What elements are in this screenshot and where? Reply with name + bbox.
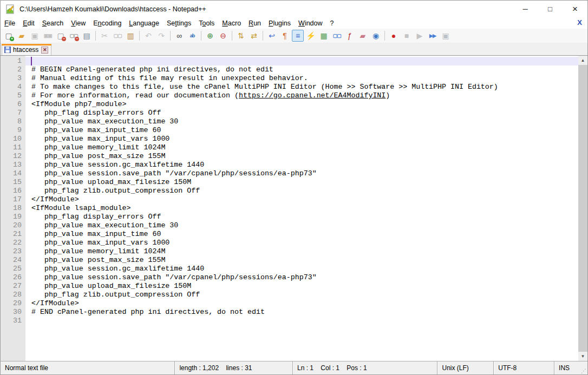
code-line-22[interactable]: php_value max_input_vars 1000 (25, 239, 578, 247)
menu-item-file[interactable]: File (1, 18, 19, 28)
zoom-out-icon[interactable]: ⊖ (217, 30, 229, 42)
code-line-28[interactable]: php_flag zlib.output_compression Off (25, 291, 578, 299)
show-all-characters-icon[interactable]: ¶ (279, 30, 291, 42)
code-line-23[interactable]: php_value memory_limit 1024M (25, 247, 578, 256)
undo-icon-glyph: ↶ (145, 32, 152, 40)
close-window-button[interactable]: × (563, 1, 587, 17)
open-folder-icon[interactable]: ▰ (16, 30, 28, 42)
sync-vertical-scroll-icon[interactable]: ⇅ (235, 30, 247, 42)
menubar-close-button[interactable]: X (575, 18, 584, 27)
word-wrap-icon[interactable]: ↩ (266, 30, 278, 42)
new-file-icon[interactable]: ▢+ (3, 30, 15, 42)
code-line-31[interactable] (25, 317, 578, 325)
macro-save-icon[interactable]: ▣ (440, 30, 452, 42)
menu-item-language[interactable]: Language (125, 18, 163, 28)
code-line-29[interactable]: </IfModule> (25, 299, 578, 308)
macro-run-multiple-icon[interactable]: ▶▶ (427, 30, 439, 42)
save-icon-glyph: ▣ (31, 32, 38, 40)
code-line-13[interactable]: php_value session.gc_maxlifetime 1440 (25, 161, 578, 169)
resize-grip-icon[interactable]: ⋰ (581, 368, 586, 374)
monitoring-icon[interactable]: ◉ (370, 30, 382, 42)
close-file-icon[interactable]: ▢− (55, 30, 67, 42)
find-icon[interactable]: ∞ (173, 30, 185, 42)
menu-item-edit[interactable]: Edit (19, 18, 38, 28)
code-line-10[interactable]: php_value max_input_vars 1000 (25, 135, 578, 143)
folder-as-workspace-icon[interactable]: ▰ (357, 30, 369, 42)
code-line-14[interactable]: php_value session.save_path "/var/cpanel… (25, 169, 578, 178)
code-line-27[interactable]: php_value upload_max_filesize 150M (25, 282, 578, 291)
menu-item-window[interactable]: Window (295, 18, 326, 28)
macro-stop-icon[interactable]: ■ (401, 30, 413, 42)
function-list-icon-glyph: ƒ (348, 32, 352, 40)
code-area[interactable]: # BEGIN cPanel-generated php ini directi… (25, 56, 578, 361)
menu-item-run[interactable]: Run (245, 18, 265, 28)
code-line-25[interactable]: php_value session.gc_maxlifetime 1440 (25, 265, 578, 273)
scroll-down-arrow-icon[interactable]: ▼ (578, 352, 587, 361)
vertical-scrollbar[interactable]: ▲ ▼ (578, 56, 587, 361)
redo-icon[interactable]: ↷ (155, 30, 167, 42)
line-number-2: 2 (1, 65, 22, 74)
code-line-4[interactable]: # To make changes to this file, use the … (25, 83, 578, 91)
undo-icon[interactable]: ↶ (142, 30, 154, 42)
editor-area[interactable]: 1234567891011121314151617181920212223242… (1, 55, 587, 361)
copy-icon[interactable]: ▢▢ (112, 30, 123, 42)
menu-item-help[interactable]: ? (326, 18, 338, 28)
code-line-26[interactable]: php_value session.save_path "/var/cpanel… (25, 273, 578, 282)
code-line-19[interactable]: php_flag display_errors Off (25, 213, 578, 221)
menu-item-search[interactable]: Search (38, 18, 68, 28)
code-line-17[interactable]: </IfModule> (25, 195, 578, 204)
menu-item-encoding[interactable]: Encoding (89, 18, 125, 28)
code-line-5[interactable]: # For more information, read our documen… (25, 91, 578, 100)
cpanel-doc-link[interactable]: https://go.cpanel.net/EA4ModifyINI (239, 91, 386, 100)
code-line-6[interactable]: <IfModule php7_module> (25, 100, 578, 109)
code-line-7[interactable]: php_flag display_errors Off (25, 109, 578, 117)
save-icon[interactable]: ▣ (29, 30, 41, 42)
menu-item-macro[interactable]: Macro (218, 18, 245, 28)
sync-horizontal-scroll-icon[interactable]: ⇄ (248, 30, 260, 42)
zoom-in-icon[interactable]: ⊕ (204, 30, 216, 42)
scroll-up-arrow-icon[interactable]: ▲ (578, 56, 587, 65)
code-line-18[interactable]: <IfModule lsapi_module> (25, 204, 578, 213)
tab-htaccess[interactable]: htaccess ✕ (2, 44, 51, 55)
code-line-9[interactable]: php_value max_input_time 60 (25, 126, 578, 135)
macro-record-icon[interactable]: ● (388, 30, 400, 42)
code-line-12[interactable]: php_value post_max_size 155M (25, 152, 578, 161)
code-line-15[interactable]: php_value upload_max_filesize 150M (25, 178, 578, 187)
code-line-2[interactable]: # BEGIN cPanel-generated php ini directi… (25, 65, 578, 74)
tab-bar: htaccess ✕ (1, 43, 587, 55)
show-indent-guide-icon[interactable]: ≡ (292, 30, 304, 42)
replace-icon[interactable]: ab (186, 30, 198, 42)
save-all-icon[interactable]: ▣▣ (42, 30, 54, 42)
code-line-20[interactable]: php_value max_execution_time 30 (25, 221, 578, 230)
menu-item-tools[interactable]: Tools (195, 18, 218, 28)
user-defined-dialog-icon[interactable]: ⚡ (305, 30, 317, 42)
document-list-icon-glyph: ▢▢ (332, 32, 341, 40)
code-line-8[interactable]: php_value max_execution_time 30 (25, 117, 578, 126)
line-number-6: 6 (1, 100, 22, 109)
code-line-21[interactable]: php_value max_input_time 60 (25, 230, 578, 239)
line-number-7: 7 (1, 109, 22, 117)
line-number-1: 1 (1, 57, 22, 65)
code-line-11[interactable]: php_value memory_limit 1024M (25, 143, 578, 152)
macro-play-icon[interactable]: ▶ (414, 30, 426, 42)
line-number-23: 23 (1, 247, 22, 256)
code-line-3[interactable]: # Manual editing of this file may result… (25, 74, 578, 83)
code-line-1[interactable] (25, 57, 578, 65)
document-list-icon[interactable]: ▢▢ (331, 30, 343, 42)
code-line-24[interactable]: php_value post_max_size 155M (25, 256, 578, 265)
menu-item-settings[interactable]: Settings (163, 18, 195, 28)
cut-icon[interactable]: ✂ (99, 30, 110, 42)
maximize-button[interactable]: □ (538, 1, 563, 17)
paste-icon[interactable]: ▥ (125, 30, 136, 42)
menu-item-view[interactable]: View (67, 18, 89, 28)
close-all-icon[interactable]: ▢▢− (68, 30, 80, 42)
tab-close-icon[interactable]: ✕ (41, 47, 48, 54)
document-map-icon[interactable]: ▦ (318, 30, 330, 42)
code-line-30[interactable]: # END cPanel-generated php ini directive… (25, 308, 578, 317)
function-list-icon[interactable]: ƒ (344, 30, 356, 42)
code-line-16[interactable]: php_flag zlib.output_compression Off (25, 187, 578, 195)
minimize-button[interactable]: ─ (513, 1, 538, 17)
print-icon[interactable]: ▤ (81, 30, 93, 42)
scrollbar-thumb[interactable] (578, 65, 587, 352)
menu-item-plugins[interactable]: Plugins (265, 18, 295, 28)
